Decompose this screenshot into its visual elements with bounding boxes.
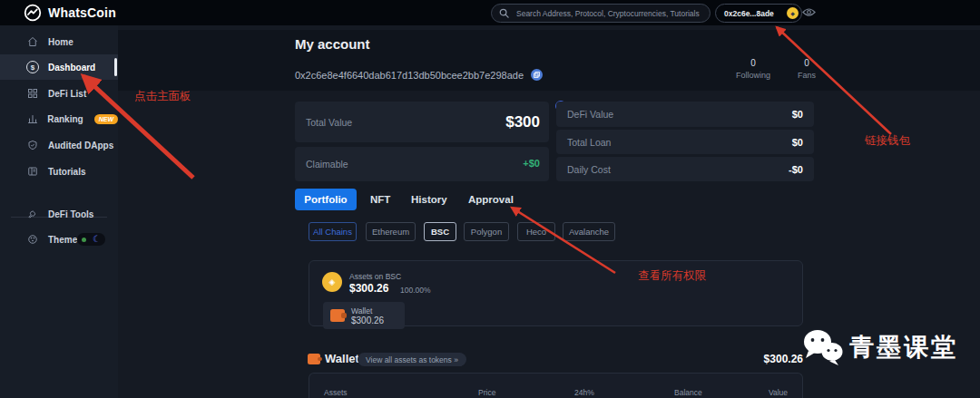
search-box[interactable] (491, 4, 710, 23)
chain-chip-avalanche[interactable]: Avalanche (563, 222, 615, 241)
daily-cost-value: -$0 (789, 164, 803, 175)
wallet-address-short: 0x2c6e...8ade (724, 9, 774, 18)
sidebar-item-defi-tools[interactable]: DeFi Tools (0, 201, 118, 227)
total-loan-value: $0 (792, 137, 803, 148)
assets-group-value: $300.26 (349, 282, 388, 295)
connected-wallet-button[interactable]: 0x2c6e...8ade ◆ (715, 4, 802, 23)
defi-value-label: DeFi Value (567, 109, 613, 120)
tab-history[interactable]: History (411, 189, 447, 210)
sidebar: Home $ Dashboard DeFi List (0, 25, 118, 398)
theme-toggle[interactable]: ☾ (77, 233, 105, 246)
column-header-price: Price (478, 388, 495, 397)
defi-value: $0 (792, 109, 803, 120)
column-header-value: Value (769, 388, 788, 397)
bar-chart-icon (26, 113, 38, 124)
column-header-balance: Balance (674, 388, 702, 397)
sidebar-item-home[interactable]: Home (0, 29, 118, 54)
chain-chip-polygon[interactable]: Polygon (464, 222, 509, 241)
sidebar-item-label: Tutorials (48, 167, 85, 177)
sidebar-item-theme[interactable]: Theme ☾ (0, 227, 118, 252)
book-icon (26, 166, 39, 177)
whatscoin-dashboard: WhatsCoin 0x2c6e...8ade ◆ (0, 0, 980, 398)
bnb-token-icon: ◈ (322, 272, 342, 292)
sidebar-item-label: Dashboard (48, 63, 95, 73)
sidebar-item-audited-dapps[interactable]: Audited DApps (0, 132, 118, 158)
sidebar-item-dashboard[interactable]: $ Dashboard (0, 54, 118, 80)
app-name: WhatsCoin (48, 5, 116, 20)
chain-chip-heco[interactable]: Heco (517, 222, 555, 241)
tab-approval[interactable]: Approval (468, 189, 514, 210)
total-loan-card: Total Loan $0 (556, 130, 814, 154)
grid-icon (26, 88, 39, 99)
fans-label: Fans (782, 71, 831, 80)
wallet-section-title: Wallet (325, 352, 359, 365)
total-value: $300 (505, 113, 540, 131)
following-stat[interactable]: 0 Following (729, 58, 778, 80)
view-all-assets-button[interactable]: View all assets as tokens » (358, 353, 466, 366)
search-input[interactable] (514, 8, 702, 19)
total-value-label: Total Value (306, 117, 352, 128)
assets-group-label: Assets on BSC (349, 272, 401, 281)
chain-chip-all-chains[interactable]: All Chains (309, 222, 357, 241)
daily-cost-card: Daily Cost -$0 (556, 157, 814, 181)
wallet-subcard-label: Wallet (351, 306, 372, 315)
search-icon (499, 8, 509, 18)
sidebar-item-label: Home (48, 37, 74, 47)
assets-on-bsc-box: ◈ Assets on BSC $300.26 100.00% Wallet $… (309, 260, 803, 326)
column-header-24h: 24h% (574, 388, 594, 397)
claimable-value: +$0 (523, 158, 540, 169)
bnb-chain-icon: ◆ (787, 7, 799, 19)
sidebar-item-label: Theme (48, 235, 77, 245)
shield-check-icon (26, 140, 39, 150)
home-icon (26, 36, 39, 47)
account-header-section (118, 30, 980, 91)
fans-count: 0 (782, 58, 831, 68)
sidebar-item-label: DeFi Tools (48, 209, 93, 219)
column-header-assets: Assets (324, 388, 348, 397)
following-count: 0 (729, 58, 778, 68)
wallet-assets-table: Assets Price 24h% Balance Value (309, 373, 803, 398)
tab-portfolio[interactable]: Portfolio (295, 189, 357, 210)
light-mode-icon (82, 238, 86, 242)
account-address: 0x2c6e8e4f6640dab617d13db50bcee2bb7e298a… (295, 70, 524, 81)
theme-palette-icon (26, 234, 39, 245)
top-bar: WhatsCoin 0x2c6e...8ade ◆ (0, 0, 980, 25)
wallet-total-value: $300.26 (749, 353, 803, 365)
dark-mode-moon-icon: ☾ (93, 235, 101, 244)
app-logo[interactable]: WhatsCoin (24, 4, 116, 22)
annotation-approval: 查看所有权限 (638, 268, 706, 284)
total-value-card: Total Value $300 (295, 102, 549, 142)
dashboard-dollar-icon: $ (26, 61, 39, 73)
copy-address-icon[interactable] (531, 69, 543, 81)
eye-icon[interactable] (802, 7, 816, 17)
watermark-text: 青墨课堂 (849, 331, 958, 364)
account-address-row: 0x2c6e8e4f6640dab617d13db50bcee2bb7e298a… (295, 69, 543, 81)
fans-stat[interactable]: 0 Fans (782, 58, 831, 80)
following-label: Following (729, 71, 778, 80)
defi-value-card: DeFi Value $0 (556, 102, 814, 127)
page-title: My account (295, 36, 370, 52)
wallet-subcard[interactable]: Wallet $300.26 (323, 302, 405, 329)
chain-chip-bsc[interactable]: BSC (424, 222, 456, 241)
wallet-icon (330, 309, 345, 322)
sidebar-item-tutorials[interactable]: Tutorials (0, 159, 118, 184)
annotation-wallet: 链接钱包 (865, 133, 910, 149)
total-loan-label: Total Loan (567, 137, 611, 148)
chain-chip-ethereum[interactable]: Ethereum (366, 222, 416, 241)
sidebar-item-label: Ranking (47, 114, 83, 124)
new-badge: NEW (94, 114, 118, 124)
annotation-dashboard: 点击主面板 (134, 89, 191, 104)
assets-group-percent: 100.00% (400, 286, 431, 295)
watermark: 青墨课堂 (802, 328, 958, 366)
wechat-logo-icon (802, 328, 844, 366)
wallet-section-icon (308, 354, 320, 364)
sidebar-item-ranking[interactable]: Ranking NEW (0, 106, 118, 131)
whatscoin-logo-icon (24, 4, 42, 22)
sidebar-item-label: DeFi List (48, 89, 86, 99)
tab-nft[interactable]: NFT (370, 189, 390, 210)
wallet-subcard-value: $300.26 (351, 315, 384, 325)
active-item-indicator (114, 58, 117, 76)
wrench-icon (26, 209, 39, 219)
claimable-label: Claimable (306, 159, 348, 170)
sidebar-item-defi-list[interactable]: DeFi List (0, 81, 118, 106)
